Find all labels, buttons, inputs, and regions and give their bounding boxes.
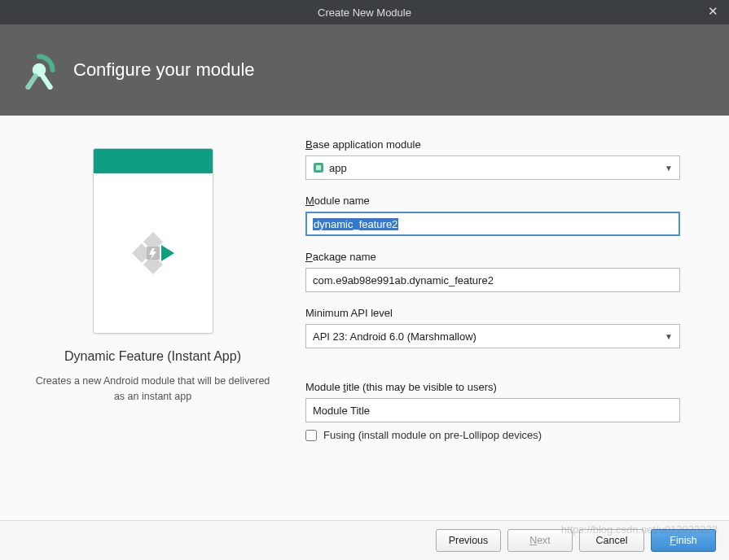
package-name-value: com.e9ab98e991ab.dynamic_feature2: [313, 274, 494, 287]
content-area: Dynamic Feature (Instant App) Creates a …: [0, 116, 729, 521]
banner: Configure your module: [0, 24, 729, 116]
module-type-desc: Creates a new Android module that will b…: [24, 374, 281, 405]
card-header: [94, 149, 213, 173]
min-api-select[interactable]: API 23: Android 6.0 (Marshmallow) ▼: [305, 324, 680, 348]
chevron-down-icon: ▼: [665, 164, 673, 173]
module-icon: [313, 162, 324, 173]
fusing-label: Fusing (install module on pre-Lollipop d…: [323, 429, 542, 441]
module-title-label: Module title (this may be visible to use…: [305, 381, 680, 393]
module-title-value: Module Title: [313, 405, 370, 417]
module-title-input[interactable]: Module Title: [305, 398, 680, 422]
module-name-label: Module name: [305, 195, 680, 207]
chevron-down-icon: ▼: [665, 332, 673, 341]
svg-point-1: [26, 85, 31, 90]
form-panel: Base application module app ▼ Module nam…: [305, 116, 729, 520]
package-name-label: Package name: [305, 251, 680, 263]
svg-point-2: [48, 85, 53, 90]
next-button[interactable]: Next: [507, 529, 573, 552]
svg-marker-8: [161, 245, 174, 261]
min-api-label: Minimum API level: [305, 307, 680, 319]
min-api-value: API 23: Android 6.0 (Marshmallow): [313, 330, 476, 343]
module-preview-card: [93, 148, 213, 334]
footer: Previous Next Cancel Finish https://blog…: [0, 521, 729, 560]
cancel-button[interactable]: Cancel: [579, 529, 644, 552]
android-studio-icon: [20, 50, 59, 90]
banner-title: Configure your module: [73, 59, 255, 81]
finish-button[interactable]: Finish: [651, 529, 716, 552]
previous-button[interactable]: Previous: [436, 529, 501, 552]
module-type-title: Dynamic Feature (Instant App): [24, 348, 281, 365]
svg-rect-10: [316, 165, 321, 170]
left-panel: Dynamic Feature (Instant App) Creates a …: [0, 116, 305, 520]
close-icon[interactable]: ✕: [708, 6, 719, 17]
package-name-input[interactable]: com.e9ab98e991ab.dynamic_feature2: [305, 268, 680, 292]
module-name-value: dynamic_feature2: [313, 218, 398, 230]
fusing-checkbox[interactable]: [305, 430, 317, 441]
base-module-label: Base application module: [305, 138, 680, 151]
card-body: [94, 173, 213, 333]
title-bar: Create New Module ✕: [0, 0, 729, 24]
base-module-select[interactable]: app ▼: [305, 155, 680, 180]
base-module-value: app: [329, 162, 347, 174]
window-title: Create New Module: [318, 7, 411, 19]
module-name-input[interactable]: dynamic_feature2: [305, 212, 680, 236]
instant-app-icon: [127, 227, 179, 279]
